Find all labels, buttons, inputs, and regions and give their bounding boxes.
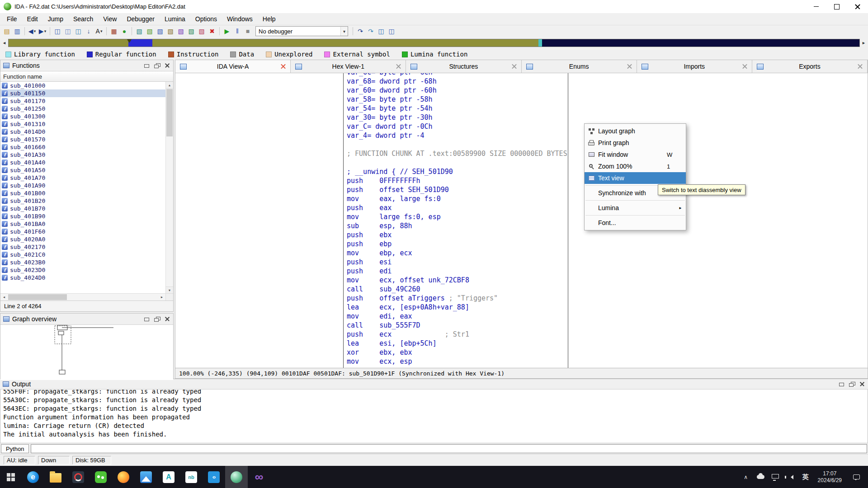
- tab-close-icon[interactable]: [742, 64, 748, 70]
- close-button[interactable]: [847, 0, 868, 13]
- functions-vertical-scrollbar[interactable]: ▲ ▼: [165, 82, 173, 293]
- function-row-sub-401a30[interactable]: fsub_401A30: [0, 151, 165, 159]
- function-row-sub-4024d0[interactable]: fsub_4024D0: [0, 274, 165, 282]
- asm-line[interactable]: mov large fs:0, esp: [347, 212, 567, 221]
- function-row-sub-401b00[interactable]: fsub_401B00: [0, 189, 165, 197]
- function-row-sub-401250[interactable]: fsub_401250: [0, 105, 165, 113]
- asm-line[interactable]: push ecx ; Str1: [347, 330, 567, 339]
- float-icon[interactable]: [154, 316, 160, 322]
- toolbar-button-start-process[interactable]: ▶: [222, 26, 232, 36]
- dropdown-arrow-icon[interactable]: ▾: [44, 29, 47, 33]
- taskbar-app-wechat[interactable]: [90, 466, 112, 488]
- taskbar-app-photos[interactable]: [135, 466, 157, 488]
- asm-line[interactable]: push ebx: [347, 230, 567, 239]
- taskbar-app-ida[interactable]: [225, 466, 248, 488]
- context-menu-item-lumina[interactable]: Lumina►: [585, 202, 686, 214]
- function-row-sub-401b20[interactable]: fsub_401B20: [0, 197, 165, 205]
- toolbar-button-analysis-7[interactable]: ▧: [197, 26, 207, 36]
- dropdown-arrow-icon[interactable]: ▾: [100, 29, 103, 33]
- taskbar-clock[interactable]: 17:07 2024/6/29: [812, 470, 847, 484]
- scroll-down-icon[interactable]: ▼: [166, 286, 173, 293]
- python-label[interactable]: Python: [1, 444, 29, 453]
- tab-hex-view-1[interactable]: Hex View-1: [291, 60, 406, 73]
- navband-segment[interactable]: [538, 39, 542, 47]
- function-row-sub-4021c0[interactable]: fsub_4021C0: [0, 251, 165, 258]
- function-row-sub-401660[interactable]: fsub_401660: [0, 143, 165, 151]
- navband-segment[interactable]: [542, 39, 859, 47]
- dropdown-arrow-icon[interactable]: ▾: [34, 29, 36, 33]
- toolbar-button-rename[interactable]: A▾: [94, 26, 104, 36]
- asm-line[interactable]: mov ebp, ecx: [347, 249, 567, 258]
- taskbar-app-reader-a[interactable]: A: [157, 466, 180, 488]
- toolbar-button-step-over[interactable]: ↷: [366, 26, 376, 36]
- toolbar-button-debugger-options[interactable]: ◫: [387, 26, 396, 36]
- toolbar-button-navigate-forward[interactable]: ▶▾: [38, 26, 47, 36]
- tab-close-icon[interactable]: [396, 64, 401, 70]
- context-menu-item-print-graph[interactable]: Print graph: [585, 137, 686, 149]
- context-menu-item-fit-window[interactable]: Fit windowW: [585, 149, 686, 160]
- function-row-sub-401300[interactable]: fsub_401300: [0, 113, 165, 120]
- function-row-sub-401a50[interactable]: fsub_401A50: [0, 166, 165, 174]
- function-row-sub-401a40[interactable]: fsub_401A40: [0, 159, 165, 166]
- navband-right-arrow-icon[interactable]: ►: [861, 41, 867, 45]
- asm-line[interactable]: lea ecx, [esp+0A8h+var_88]: [347, 303, 567, 312]
- dock-icon[interactable]: [143, 62, 150, 69]
- toolbar-button-open-file[interactable]: ▤: [2, 26, 12, 36]
- float-icon[interactable]: [849, 381, 855, 387]
- asm-line[interactable]: mov edi, eax: [347, 312, 567, 321]
- toolbar-button-analysis-5[interactable]: ▧: [176, 26, 186, 36]
- tray-network-icon[interactable]: [772, 474, 779, 479]
- ime-indicator[interactable]: 英: [799, 473, 812, 481]
- menu-item-options[interactable]: Options: [190, 14, 222, 25]
- tab-close-icon[interactable]: [627, 64, 632, 70]
- toolbar-button-jump-to-segment[interactable]: ◫: [63, 26, 73, 36]
- asm-line[interactable]: var_6C= byte ptr -6Ch: [347, 73, 567, 77]
- function-row-sub-4014d0[interactable]: fsub_4014D0: [0, 128, 165, 136]
- context-menu-item-text-view[interactable]: Text view: [585, 172, 686, 184]
- graph-overview-header[interactable]: Graph overview: [0, 314, 173, 325]
- dock-icon[interactable]: [143, 316, 150, 322]
- toolbar-button-analysis-3[interactable]: ▧: [155, 26, 165, 36]
- taskbar-app-edge[interactable]: e: [22, 466, 44, 488]
- function-name-column-header[interactable]: Function name: [0, 71, 173, 82]
- menu-item-edit[interactable]: Edit: [22, 14, 43, 25]
- context-menu-item-layout-graph[interactable]: Layout graph: [585, 125, 686, 137]
- toolbar-button-analysis-4[interactable]: ▧: [165, 26, 175, 36]
- asm-line[interactable]: [347, 158, 567, 167]
- close-icon[interactable]: [164, 316, 170, 322]
- tab-close-icon[interactable]: [511, 64, 517, 70]
- function-row-sub-402170[interactable]: fsub_402170: [0, 243, 165, 251]
- asm-line[interactable]: push 0FFFFFFFFh: [347, 176, 567, 185]
- asm-line[interactable]: push ebp: [347, 239, 567, 249]
- python-input[interactable]: [31, 444, 867, 453]
- menu-item-file[interactable]: File: [2, 14, 22, 25]
- action-center-button[interactable]: [847, 474, 865, 479]
- tab-structures[interactable]: Structures: [406, 60, 521, 73]
- navband-left-arrow-icon[interactable]: ◄: [1, 41, 7, 45]
- taskbar-app-netbeans[interactable]: nb: [180, 466, 203, 488]
- asm-line[interactable]: var_58= byte ptr -58h: [347, 95, 567, 104]
- start-button[interactable]: [0, 466, 22, 488]
- functions-panel-header[interactable]: Functions: [0, 60, 173, 71]
- asm-line[interactable]: mov eax, large fs:0: [347, 194, 567, 203]
- asm-line[interactable]: call sub_555F7D: [347, 321, 567, 330]
- asm-line[interactable]: xor ebx, ebx: [347, 348, 567, 357]
- menu-item-windows[interactable]: Windows: [222, 14, 258, 25]
- asm-line[interactable]: sub esp, 88h: [347, 221, 567, 230]
- navband-segment[interactable]: [128, 39, 152, 47]
- tab-imports[interactable]: Imports: [637, 60, 752, 73]
- function-row-sub-401f60[interactable]: fsub_401F60: [0, 228, 165, 235]
- toolbar-button-pause-process[interactable]: ‖: [232, 26, 242, 36]
- tray-hidden-icons-icon[interactable]: ∧: [742, 474, 750, 480]
- tab-close-icon[interactable]: [857, 64, 863, 70]
- navband-segment[interactable]: [9, 39, 128, 47]
- asm-line[interactable]: call sub_49C260: [347, 285, 567, 294]
- tray-volume-icon[interactable]: [786, 475, 793, 479]
- tab-exports[interactable]: Exports: [752, 60, 868, 73]
- toolbar-button-navigate-back[interactable]: ◀▾: [27, 26, 37, 36]
- functions-horizontal-scrollbar[interactable]: ◄ ►: [0, 293, 173, 300]
- taskbar-app-netdisk[interactable]: [67, 466, 90, 488]
- navband-segment[interactable]: [152, 39, 538, 47]
- asm-line[interactable]: mov ecx, esp: [347, 357, 567, 366]
- toolbar-button-step-into[interactable]: ↷: [355, 26, 365, 36]
